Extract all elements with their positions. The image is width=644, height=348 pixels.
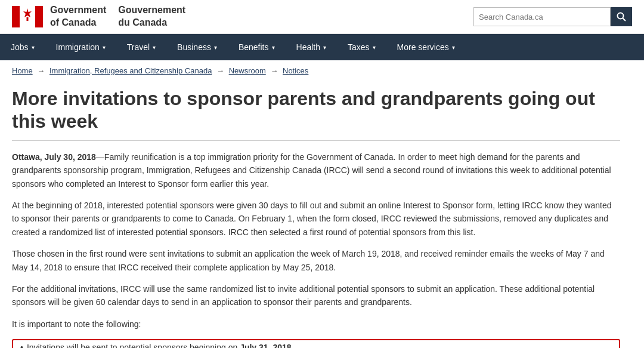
nav-travel[interactable]: Travel ▾ [116, 34, 166, 60]
main-nav: Jobs ▾ Immigration ▾ Travel ▾ Business ▾… [0, 34, 644, 60]
nav-taxes-arrow: ▾ [373, 44, 376, 51]
main-content: More invitations to sponsor parents and … [0, 81, 632, 348]
search-icon [617, 12, 626, 21]
breadcrumb-arrow-2: → [216, 66, 227, 75]
site-header: Government of Canada Gouvernement du Can… [0, 0, 644, 34]
nav-jobs[interactable]: Jobs ▾ [0, 34, 45, 60]
breadcrumb-arrow-1: → [37, 66, 47, 75]
svg-rect-0 [12, 6, 20, 27]
svg-rect-4 [27, 17, 29, 21]
nav-benefits[interactable]: Benefits ▾ [228, 34, 286, 60]
search-area [473, 7, 632, 26]
nav-immigration[interactable]: Immigration ▾ [45, 34, 116, 60]
breadcrumb-home[interactable]: Home [12, 66, 33, 75]
breadcrumb-newsroom[interactable]: Newsroom [229, 66, 266, 75]
highlighted-bullet-1: • Invitations will be sent to potential … [12, 339, 620, 348]
svg-rect-2 [35, 6, 43, 27]
bullet-list: • Invitations will be sent to potential … [12, 339, 620, 348]
bullet-1-bold-date: July 31, 2018. [240, 343, 293, 348]
bullet-symbol-1: • [20, 343, 23, 348]
government-title: Government of Canada Gouvernement du Can… [50, 4, 185, 29]
gov-en-text: Government of Canada [50, 4, 106, 29]
bullet-1-text: Invitations will be sent to potential sp… [27, 343, 294, 348]
dateline: Ottawa, July 30, 2018 [12, 152, 96, 162]
paragraph-1: Ottawa, July 30, 2018—Family reunificati… [12, 150, 620, 190]
bullet-1-text-before: Invitations will be sent to potential sp… [27, 343, 240, 348]
search-button[interactable] [611, 7, 632, 26]
canada-flag [12, 6, 43, 27]
nav-taxes[interactable]: Taxes ▾ [337, 34, 386, 60]
nav-benefits-arrow: ▾ [272, 44, 275, 51]
article-body: Ottawa, July 30, 2018—Family reunificati… [12, 150, 620, 348]
svg-line-6 [623, 19, 626, 21]
logo-area: Government of Canada Gouvernement du Can… [12, 4, 185, 29]
breadcrumb-notices[interactable]: Notices [283, 66, 308, 75]
paragraph-3: Those chosen in the first round were sen… [12, 247, 620, 274]
breadcrumb: Home → Immigration, Refugees and Citizen… [0, 60, 644, 81]
paragraph-1-text: —Family reunification is a top immigrati… [12, 152, 611, 189]
paragraph-4: For the additional invitations, IRCC wil… [12, 282, 620, 309]
breadcrumb-arrow-3: → [270, 66, 280, 75]
nav-business-arrow: ▾ [214, 44, 217, 51]
nav-more-services[interactable]: More services ▾ [386, 34, 466, 60]
important-intro: It is important to note the following: [12, 318, 620, 331]
gov-fr-text: Gouvernement du Canada [118, 4, 185, 29]
nav-immigration-arrow: ▾ [103, 44, 106, 51]
page-title: More invitations to sponsor parents and … [12, 87, 620, 141]
nav-business[interactable]: Business ▾ [166, 34, 228, 60]
nav-jobs-arrow: ▾ [32, 44, 35, 51]
paragraph-2: At the beginning of 2018, interested pot… [12, 199, 620, 239]
nav-health-arrow: ▾ [323, 44, 326, 51]
nav-more-arrow: ▾ [452, 44, 455, 51]
breadcrumb-ircc[interactable]: Immigration, Refugees and Citizenship Ca… [49, 66, 212, 75]
search-input[interactable] [473, 7, 611, 26]
svg-point-5 [618, 13, 624, 19]
nav-health[interactable]: Health ▾ [286, 34, 337, 60]
nav-travel-arrow: ▾ [153, 44, 156, 51]
